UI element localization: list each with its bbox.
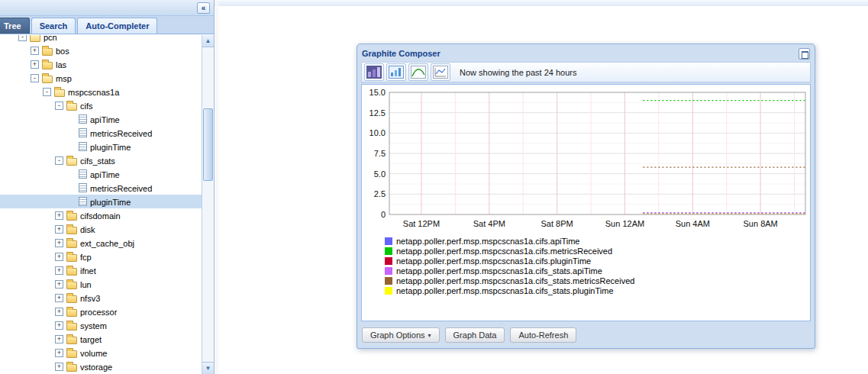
tree-node-disk[interactable]: +disk: [0, 222, 202, 236]
tree-node-bos[interactable]: +bos: [0, 44, 202, 57]
legend-label: netapp.poller.perf.msp.mspcscnas1a.cifs.…: [396, 237, 579, 246]
tree-node-label: pluginTime: [90, 142, 133, 152]
tab-tree[interactable]: Tree: [0, 18, 30, 34]
legend-entry: netapp.poller.perf.msp.mspcscnas1a.cifs_…: [385, 285, 810, 295]
graph-options-button[interactable]: Graph Options▾: [362, 327, 440, 343]
expand-node-icon[interactable]: +: [55, 308, 63, 316]
tree-node-las[interactable]: +las: [0, 57, 202, 71]
graph-image-icon: [366, 66, 382, 79]
tree-node-pluginTime[interactable]: pluginTime: [0, 195, 202, 208]
tree-node-label: ifnet: [80, 266, 98, 276]
expand-node-icon[interactable]: +: [55, 266, 63, 275]
tree-scrollbar[interactable]: ▲ ▼: [202, 35, 214, 374]
folder-icon: [66, 323, 77, 330]
expand-node-icon[interactable]: +: [55, 335, 63, 343]
tree-node-cifsdomain[interactable]: +cifsdomain: [0, 208, 202, 222]
folder-icon: [66, 227, 77, 234]
svg-text:Sat 8PM: Sat 8PM: [541, 219, 573, 228]
expand-node-icon[interactable]: +: [55, 253, 63, 261]
tree-node-label: system: [80, 321, 109, 330]
tree-node-apiTime[interactable]: apiTime: [0, 112, 202, 126]
tree-node-volume[interactable]: +volume: [0, 346, 202, 359]
smooth-curve-button[interactable]: [408, 63, 428, 81]
tree-node-nfsv3[interactable]: +nfsv3: [0, 291, 202, 305]
tree-node-target[interactable]: +target: [0, 332, 202, 346]
folder-icon: [66, 350, 77, 358]
graph-image-button[interactable]: [364, 63, 384, 81]
tree-node-label: cifs_stats: [80, 156, 118, 166]
tree-node-fcp[interactable]: +fcp: [0, 250, 202, 263]
expand-node-icon[interactable]: +: [55, 294, 63, 302]
expand-node-icon[interactable]: +: [55, 239, 63, 247]
tree-node-label: lun: [80, 279, 94, 289]
tree-node-ext_cache_obj[interactable]: +ext_cache_obj: [0, 236, 202, 250]
tree-node-lun[interactable]: +lun: [0, 277, 202, 291]
expand-node-icon[interactable]: +: [31, 47, 39, 55]
window-title: Graphite Composer: [362, 49, 440, 58]
tree-node-label: ext_cache_obj: [80, 238, 137, 248]
tab-auto-completer[interactable]: Auto-Completer: [77, 18, 157, 34]
expand-node-icon[interactable]: +: [55, 321, 63, 330]
line-graph-button[interactable]: [431, 63, 450, 81]
folder-open-icon: [66, 103, 77, 111]
svg-text:2.5: 2.5: [374, 189, 386, 198]
folder-open-icon: [30, 35, 40, 42]
expand-node-icon[interactable]: +: [55, 280, 63, 289]
tree-node-metricsReceived[interactable]: metricsReceived: [0, 126, 202, 140]
tree-node-pcn[interactable]: -pcn: [0, 35, 202, 44]
tree-node-label: metricsReceived: [90, 183, 154, 193]
expand-node-icon[interactable]: +: [31, 60, 39, 69]
scrollbar-thumb[interactable]: [203, 108, 213, 181]
tree-node-cifs[interactable]: -cifs: [0, 98, 202, 112]
tree-node-label: apiTime: [90, 169, 122, 179]
window-titlebar[interactable]: Graphite Composer: [357, 44, 815, 61]
tree-node-label: volume: [80, 348, 109, 358]
tab-search[interactable]: Search: [31, 18, 76, 34]
tree-node-label: cifs: [80, 101, 95, 111]
collapse-node-icon[interactable]: -: [55, 156, 63, 165]
legend-entry: netapp.poller.perf.msp.mspcscnas1a.cifs.…: [385, 256, 810, 266]
button-label: Graph Options: [370, 330, 425, 340]
tree-node-cifs_stats[interactable]: -cifs_stats: [0, 153, 202, 167]
expand-node-icon[interactable]: +: [55, 349, 63, 357]
tree-node-metricsReceived[interactable]: metricsReceived: [0, 181, 202, 195]
graph-area: 02.55.07.510.012.515.0Sat 12PMSat 4PMSat…: [361, 84, 811, 321]
button-label: Graph Data: [453, 330, 497, 340]
tree-node-label: bos: [56, 46, 72, 56]
folder-icon: [66, 282, 77, 289]
graphite-composer-window: Graphite Composer Now showing the past 2…: [357, 44, 815, 349]
tree-node-vstorage[interactable]: +vstorage: [0, 359, 202, 373]
tree-node-pluginTime[interactable]: pluginTime: [0, 140, 202, 153]
tree-node-processor[interactable]: +processor: [0, 305, 202, 318]
collapse-node-icon[interactable]: -: [31, 74, 39, 82]
auto-refresh-button[interactable]: Auto-Refresh: [510, 327, 576, 343]
window-collapse-icon[interactable]: [799, 48, 810, 60]
legend-label: netapp.poller.perf.msp.mspcscnas1a.cifs_…: [396, 286, 614, 295]
folder-icon: [42, 48, 53, 56]
scroll-up-icon[interactable]: ▲: [202, 35, 214, 47]
tree-node-label: vstorage: [80, 362, 115, 372]
tree-node-apiTime[interactable]: apiTime: [0, 167, 202, 181]
tree-node-label: mspcscnas1a: [68, 87, 121, 97]
collapse-node-icon[interactable]: -: [18, 35, 27, 41]
tree-node-msp[interactable]: -msp: [0, 71, 202, 85]
tree-node-label: target: [80, 334, 104, 344]
graph-data-button[interactable]: Graph Data: [445, 327, 505, 343]
sidebar-splitter[interactable]: [215, 0, 218, 374]
tree-node-ifnet[interactable]: +ifnet: [0, 263, 202, 277]
line-graph-icon: [433, 66, 448, 79]
collapse-node-icon[interactable]: -: [43, 88, 51, 96]
sidebar-tabs: TreeSearchAuto-Completer: [0, 16, 214, 34]
collapse-node-icon[interactable]: -: [55, 102, 63, 110]
tree-node-system[interactable]: +system: [0, 318, 202, 332]
expand-node-icon[interactable]: +: [55, 225, 63, 234]
tree-node-label: pcn: [44, 35, 60, 42]
collapse-sidebar-icon[interactable]: «: [197, 2, 210, 14]
expand-node-icon[interactable]: +: [55, 211, 63, 220]
graph-window-button[interactable]: [386, 63, 406, 81]
expand-node-icon[interactable]: +: [55, 363, 63, 371]
scroll-down-icon[interactable]: ▼: [202, 362, 214, 374]
chart-legend: netapp.poller.perf.msp.mspcscnas1a.cifs.…: [362, 236, 810, 295]
tree-node-mspcscnas1a[interactable]: -mspcscnas1a: [0, 85, 202, 98]
legend-color-swatch: [385, 287, 392, 295]
